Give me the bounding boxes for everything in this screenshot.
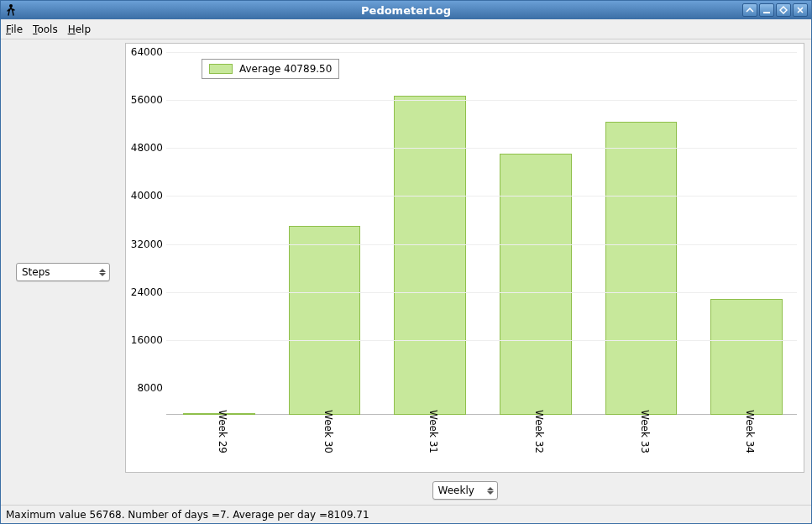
y-gridline	[166, 244, 797, 245]
status-text: Maximum value 56768. Number of days =7. …	[6, 509, 369, 521]
minimize-button[interactable]	[759, 3, 774, 17]
stepper-icon	[99, 269, 106, 276]
menu-file[interactable]: File	[6, 24, 23, 35]
menu-tools[interactable]: Tools	[33, 24, 58, 35]
menu-tools-rest: ools	[37, 24, 57, 35]
y-gridline	[166, 148, 797, 149]
legend-swatch	[209, 64, 233, 74]
x-tick-label: Week 34	[744, 410, 756, 453]
bar	[605, 122, 677, 415]
y-gridline	[166, 52, 797, 53]
app-window: PedometerLog File Tools Help Steps	[0, 0, 812, 524]
bar	[394, 96, 465, 415]
svg-rect-1	[763, 12, 770, 13]
close-button[interactable]	[793, 3, 808, 17]
x-tick-label: Week 33	[639, 410, 651, 453]
y-gridline	[166, 100, 797, 101]
x-tick-label: Week 31	[427, 410, 439, 453]
chart-area: Average 40789.50 80001600024000320004000…	[125, 43, 804, 473]
x-tick-label: Week 29	[217, 410, 228, 453]
menu-help[interactable]: Help	[68, 24, 91, 35]
y-gridline	[166, 196, 797, 196]
statusbar: Maximum value 56768. Number of days =7. …	[1, 505, 811, 523]
y-tick-label: 64000	[125, 46, 163, 58]
window-buttons	[742, 3, 811, 17]
bottom-controls: Weekly	[125, 476, 804, 505]
y-tick-label: 48000	[125, 142, 163, 154]
y-tick-label: 40000	[125, 190, 163, 202]
menu-help-rest: elp	[76, 24, 91, 35]
x-axis-line	[166, 414, 797, 415]
menu-file-rest: ile	[11, 24, 23, 35]
legend-text: Average 40789.50	[239, 63, 332, 75]
y-gridline	[166, 292, 797, 293]
plot-region	[166, 52, 797, 415]
y-tick-label: 16000	[125, 334, 163, 346]
content-area: Steps Average 40789.50 80001600024000320…	[1, 39, 811, 505]
interval-select-value: Weekly	[438, 485, 474, 496]
legend: Average 40789.50	[202, 59, 339, 79]
bar	[500, 154, 571, 415]
bar	[710, 299, 782, 415]
menubar: File Tools Help	[1, 19, 811, 39]
x-tick-label: Week 30	[322, 410, 334, 453]
x-tick-label: Week 32	[533, 410, 545, 453]
y-tick-label: 24000	[125, 286, 163, 298]
app-icon	[4, 3, 18, 17]
metric-select-value: Steps	[22, 266, 50, 278]
bar	[289, 226, 360, 415]
y-tick-label: 8000	[125, 382, 163, 394]
y-tick-label: 56000	[125, 94, 163, 106]
stepper-icon	[487, 487, 494, 495]
shade-button[interactable]	[742, 3, 757, 17]
interval-select[interactable]: Weekly	[432, 481, 498, 500]
y-tick-label: 32000	[125, 238, 163, 250]
chart-panel: Average 40789.50 80001600024000320004000…	[125, 39, 811, 505]
metric-select[interactable]: Steps	[16, 263, 110, 281]
window-title: PedometerLog	[1, 4, 811, 17]
titlebar: PedometerLog	[1, 1, 811, 19]
maximize-button[interactable]	[776, 3, 791, 17]
left-panel: Steps	[1, 39, 125, 505]
y-gridline	[166, 340, 797, 341]
